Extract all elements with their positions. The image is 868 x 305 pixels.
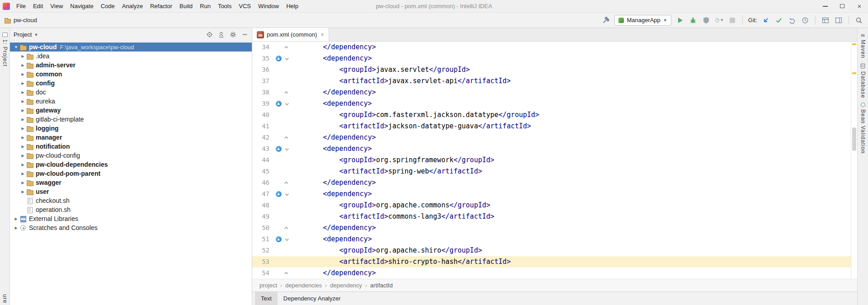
chevron-expanded-icon[interactable]: ▼	[13, 45, 19, 49]
tree-item-gitlab-ci-template[interactable]: ▶gitlab-ci-template	[10, 115, 252, 124]
warning-stripe-mark[interactable]	[852, 43, 856, 45]
fold-marker-icon[interactable]	[284, 272, 288, 275]
editor-line-53[interactable]: 53 <artifactId>shiro-crypto-hash</artifa…	[252, 256, 851, 267]
navbar-project-label[interactable]: pw-cloud	[14, 17, 37, 23]
menu-tools[interactable]: Tools	[214, 0, 235, 12]
debug-button[interactable]	[689, 16, 698, 25]
project-panel-title[interactable]: Project	[14, 31, 32, 38]
tree-item-external-libraries[interactable]: ▶External Libraries	[10, 214, 252, 223]
tree-item-config[interactable]: ▶config	[10, 79, 252, 88]
warning-stripe-mark[interactable]	[852, 72, 856, 74]
profiler-button[interactable]: ▼	[715, 16, 724, 25]
editor-line-42[interactable]: 42 </dependency>	[252, 132, 851, 143]
editor-line-45[interactable]: 45 <artifactId>spring-web</artifactId>	[252, 166, 851, 177]
chevron-collapsed-icon[interactable]: ▶	[19, 90, 26, 94]
chevron-collapsed-icon[interactable]: ▶	[19, 172, 26, 176]
maximize-button[interactable]	[834, 0, 851, 12]
tree-item-common[interactable]: ▶common	[10, 70, 252, 79]
scrollbar-thumb[interactable]	[852, 127, 856, 151]
tree-item-admin-server[interactable]: ▶admin-server	[10, 61, 252, 70]
editor-line-54[interactable]: 54 </dependency>	[252, 267, 851, 279]
fold-marker-icon[interactable]	[284, 181, 288, 185]
breadcrumb-item-dependencies[interactable]: dependencies	[285, 282, 322, 289]
chevron-collapsed-icon[interactable]: ▶	[19, 136, 26, 140]
tree-item-user[interactable]: ▶user	[10, 187, 252, 196]
tree-item-swagger[interactable]: ▶swagger	[10, 178, 252, 187]
editor-line-35[interactable]: 35 <dependency>	[252, 53, 851, 64]
tree-item-pw-cloud-pom-parent[interactable]: ▶pw-cloud-pom-parent	[10, 169, 252, 178]
hide-panel-button[interactable]	[241, 31, 248, 38]
breadcrumb-item-artifactid[interactable]: artifactId	[370, 282, 393, 289]
maven-dependency-gutter-icon[interactable]	[276, 191, 282, 197]
locate-file-button[interactable]	[206, 31, 213, 38]
fold-marker-icon[interactable]	[285, 192, 288, 196]
maven-dependency-gutter-icon[interactable]	[276, 101, 282, 107]
tool-window-button-project[interactable]: 1: Project	[0, 28, 9, 67]
tree-item-logging[interactable]: ▶logging	[10, 124, 252, 133]
menu-refactor[interactable]: Refactor	[146, 0, 176, 12]
editor-line-49[interactable]: 49 <artifactId>commons-lang3</artifactId…	[252, 211, 851, 222]
breadcrumb-item-project[interactable]: project	[259, 282, 277, 289]
tree-item-checkout-sh[interactable]: checkout.sh	[10, 196, 252, 205]
menu-edit[interactable]: Edit	[29, 0, 47, 12]
editor-line-47[interactable]: 47 <dependency>	[252, 188, 851, 200]
chevron-collapsed-icon[interactable]: ▶	[13, 217, 19, 221]
tree-item-pw-cloud-config[interactable]: ▶pw-cloud-config	[10, 151, 252, 160]
editor-line-43[interactable]: 43 <dependency>	[252, 143, 851, 155]
editor-line-51[interactable]: 51 <dependency>	[252, 234, 851, 245]
editor-line-50[interactable]: 50 </dependency>	[252, 222, 851, 234]
chevron-collapsed-icon[interactable]: ▶	[19, 54, 26, 58]
tree-item-operation-sh[interactable]: operation.sh	[10, 205, 252, 214]
tool-window-button-database[interactable]: Database	[858, 58, 868, 98]
fold-marker-icon[interactable]	[285, 102, 288, 105]
chevron-collapsed-icon[interactable]: ▶	[19, 72, 26, 76]
tool-window-button-bean-validation[interactable]: Bean Validation	[858, 98, 868, 154]
editor-line-44[interactable]: 44 <groupId>org.springframework</groupId…	[252, 155, 851, 166]
menu-vcs[interactable]: VCS	[235, 0, 255, 12]
tree-item-gateway[interactable]: ▶gateway	[10, 106, 252, 115]
editor-line-52[interactable]: 52 <groupId>org.apache.shiro</groupId>	[252, 245, 851, 256]
editor-line-38[interactable]: 38 </dependency>	[252, 87, 851, 98]
build-hammer-button[interactable]	[601, 16, 610, 25]
tool-window-button-maven[interactable]: mMaven	[858, 28, 868, 58]
breadcrumb-item-dependency[interactable]: dependency	[330, 282, 362, 289]
minimize-button[interactable]	[816, 0, 834, 12]
tool-window-button-structure[interactable]: ure	[0, 294, 9, 303]
chevron-collapsed-icon[interactable]: ▶	[19, 108, 26, 113]
tree-item-scratches-and-consoles[interactable]: ▶Scratches and Consoles	[10, 223, 252, 232]
chevron-collapsed-icon[interactable]: ▶	[19, 81, 26, 85]
menu-view[interactable]: View	[47, 0, 66, 12]
bottom-tab-dependency-analyzer[interactable]: Dependency Analyzer	[278, 292, 346, 305]
chevron-collapsed-icon[interactable]: ▶	[19, 99, 26, 103]
editor-line-40[interactable]: 40 <groupId>com.fasterxml.jackson.dataty…	[252, 109, 851, 121]
chevron-collapsed-icon[interactable]: ▶	[19, 127, 26, 131]
editor-scrollbar[interactable]	[851, 42, 857, 279]
menu-build[interactable]: Build	[176, 0, 196, 12]
run-button[interactable]	[675, 16, 684, 25]
search-everywhere-button[interactable]	[854, 16, 863, 25]
editor-line-41[interactable]: 41 <artifactId>jackson-datatype-guava</a…	[252, 121, 851, 132]
menu-navigate[interactable]: Navigate	[66, 0, 97, 12]
tree-item-pw-cloud[interactable]: ▼pw-cloudF:\java_workspace\pw-cloud	[10, 42, 252, 52]
menu-window[interactable]: Window	[255, 0, 283, 12]
tab-close-icon[interactable]: ×	[321, 31, 324, 38]
bottom-tab-text[interactable]: Text	[255, 292, 278, 305]
editor-line-37[interactable]: 37 <artifactId>javax.servlet-api</artifa…	[252, 75, 851, 87]
chevron-down-icon[interactable]: ▼	[34, 33, 38, 37]
tree-item-notification[interactable]: ▶notification	[10, 142, 252, 151]
chevron-collapsed-icon[interactable]: ▶	[19, 190, 26, 194]
chevron-collapsed-icon[interactable]: ▶	[19, 154, 26, 158]
run-with-coverage-button[interactable]	[702, 16, 711, 25]
tree-item-idea[interactable]: ▶.idea	[10, 52, 252, 61]
fold-marker-icon[interactable]	[284, 46, 288, 49]
maven-dependency-gutter-icon[interactable]	[276, 56, 282, 61]
stop-button[interactable]	[728, 16, 737, 25]
settings-button[interactable]	[229, 31, 236, 38]
fold-marker-icon[interactable]	[284, 226, 288, 230]
chevron-collapsed-icon[interactable]: ▶	[19, 117, 26, 122]
layout-windows-button[interactable]	[834, 16, 843, 25]
history-button[interactable]	[801, 16, 810, 25]
menu-help[interactable]: Help	[283, 0, 302, 12]
editor-line-39[interactable]: 39 <dependency>	[252, 98, 851, 109]
chevron-collapsed-icon[interactable]: ▶	[13, 226, 19, 230]
